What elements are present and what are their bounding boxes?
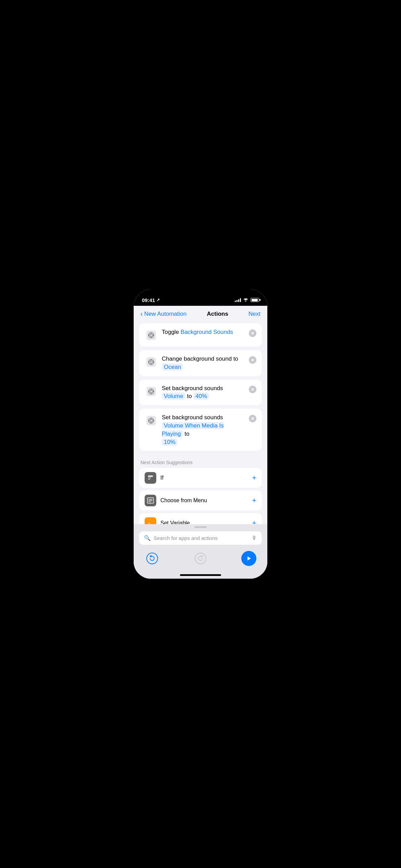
background-sounds-label: Background Sounds: [181, 329, 233, 335]
status-icons: [235, 298, 259, 303]
back-button[interactable]: ‹ New Automation: [141, 310, 186, 318]
suggestion-if[interactable]: If +: [139, 468, 262, 488]
signal-icon: [235, 298, 241, 302]
svg-point-18: [151, 393, 152, 394]
suggestion-variable[interactable]: x Set Variable +: [139, 513, 262, 524]
back-chevron-icon: ‹: [141, 310, 143, 318]
svg-point-20: [153, 391, 154, 392]
if-icon: [145, 472, 156, 484]
menu-icon: [145, 495, 156, 506]
svg-point-10: [151, 359, 152, 360]
main-content: ‹ New Automation Actions Next: [134, 306, 267, 579]
if-label: If: [160, 475, 163, 481]
back-label: New Automation: [144, 311, 187, 317]
variable-label: Set Variable: [160, 520, 190, 524]
settings-icon-2: [145, 355, 158, 369]
svg-marker-34: [247, 556, 251, 560]
svg-rect-21: [146, 416, 156, 425]
svg-point-3: [151, 332, 152, 333]
menu-add-button[interactable]: +: [252, 496, 256, 505]
undo-button[interactable]: [145, 551, 160, 566]
action-text-2: Change background sound to Ocean: [162, 355, 245, 371]
close-button-2[interactable]: [249, 356, 256, 364]
battery-icon: [251, 298, 259, 302]
svg-point-4: [151, 337, 152, 338]
ocean-pill[interactable]: Ocean: [162, 363, 183, 371]
next-button[interactable]: Next: [248, 311, 260, 317]
svg-rect-14: [146, 387, 156, 396]
svg-point-25: [151, 423, 152, 424]
svg-point-6: [153, 335, 154, 336]
svg-point-19: [148, 391, 149, 392]
if-add-button[interactable]: +: [252, 473, 256, 482]
svg-rect-32: [148, 502, 151, 502]
variable-icon: x: [145, 517, 156, 524]
to-label-3: to: [187, 393, 193, 399]
svg-point-26: [148, 420, 149, 421]
suggestion-menu[interactable]: Choose from Menu +: [139, 491, 262, 510]
set-sounds-label: Set background sounds: [162, 385, 223, 391]
media-volume-pill[interactable]: Volume When Media Is Playing: [162, 422, 224, 437]
close-button-4[interactable]: [249, 415, 256, 422]
action-card-media-volume: Set background sounds Volume When Media …: [139, 409, 262, 451]
phone-frame: 09:41 ↗ ‹ New Automation Actions: [134, 289, 267, 579]
change-sound-label: Change background sound to: [162, 355, 238, 362]
action-card-volume: Set background sounds Volume to 40%: [139, 379, 262, 406]
svg-point-24: [151, 418, 152, 419]
redo-icon: [195, 553, 206, 564]
scroll-area: Toggle Background Sounds: [134, 321, 267, 524]
action-text-1: Toggle Background Sounds: [162, 328, 245, 336]
svg-rect-31: [148, 501, 153, 501]
svg-point-13: [153, 362, 154, 363]
search-input[interactable]: Search for apps and actions: [154, 535, 249, 541]
undo-icon: [146, 553, 158, 564]
redo-button[interactable]: [193, 551, 208, 566]
volume-pill[interactable]: Volume: [162, 393, 185, 400]
action-card-toggle: Toggle Background Sounds: [139, 323, 262, 347]
drag-handle[interactable]: [194, 526, 207, 528]
nav-header: ‹ New Automation Actions Next: [134, 306, 267, 321]
menu-label: Choose from Menu: [160, 497, 207, 504]
settings-icon-1: [145, 329, 158, 342]
toggle-label: Toggle: [162, 329, 181, 335]
svg-rect-30: [148, 499, 153, 500]
action-text-4: Set background sounds Volume When Media …: [162, 413, 245, 446]
suggestions-title: Next Action Suggestions: [139, 454, 262, 468]
settings-icon-4: [145, 414, 158, 427]
search-icon: 🔍: [144, 535, 151, 541]
svg-rect-28: [148, 475, 153, 477]
home-indicator: [134, 573, 267, 579]
svg-point-12: [148, 362, 149, 363]
status-bar: 09:41 ↗: [134, 289, 267, 306]
close-button-1[interactable]: [249, 329, 256, 337]
ten-percent-pill[interactable]: 10%: [162, 438, 178, 446]
status-time: 09:41 ↗: [142, 297, 160, 303]
set-sounds-label-4: Set background sounds: [162, 414, 223, 421]
svg-rect-0: [146, 330, 156, 340]
mic-icon[interactable]: 🎙: [252, 535, 257, 541]
to-label-4: to: [185, 431, 190, 437]
bottom-toolbar: [134, 548, 267, 573]
variable-add-button[interactable]: +: [252, 519, 256, 524]
run-button[interactable]: [241, 551, 256, 566]
svg-rect-7: [146, 357, 156, 367]
suggestion-variable-left: x Set Variable: [145, 517, 190, 524]
search-bar[interactable]: 🔍 Search for apps and actions 🎙: [139, 531, 262, 545]
page-title: Actions: [207, 311, 228, 317]
close-button-3[interactable]: [249, 386, 256, 393]
action-text-3: Set background sounds Volume to 40%: [162, 384, 245, 401]
play-icon: [241, 551, 256, 566]
svg-point-11: [151, 364, 152, 365]
settings-icon-3: [145, 385, 158, 398]
bottom-sheet: 🔍 Search for apps and actions 🎙: [134, 524, 267, 548]
svg-point-27: [153, 420, 154, 421]
wifi-icon: [243, 298, 248, 303]
svg-text:x: x: [148, 521, 150, 524]
svg-point-5: [148, 335, 149, 336]
suggestion-if-left: If: [145, 472, 163, 484]
suggestion-menu-left: Choose from Menu: [145, 495, 207, 506]
volume-percent-pill[interactable]: 40%: [193, 393, 209, 400]
home-bar: [180, 574, 221, 576]
action-card-change: Change background sound to Ocean: [139, 350, 262, 376]
svg-point-17: [151, 388, 152, 389]
